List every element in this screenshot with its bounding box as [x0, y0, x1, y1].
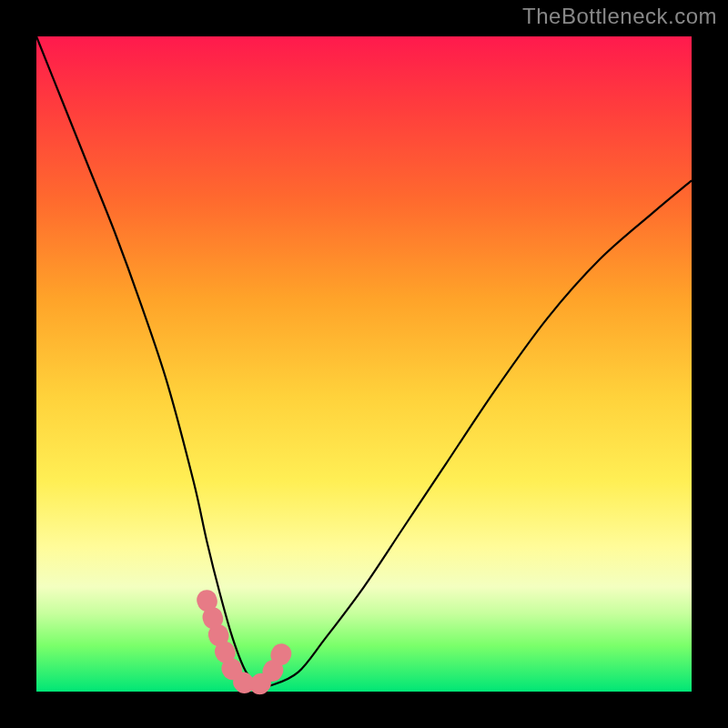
curve-layer — [36, 36, 692, 692]
plot-area — [36, 36, 692, 692]
chart-frame: TheBottleneck.com — [0, 0, 728, 728]
bottleneck-curve — [36, 36, 692, 687]
watermark-text: TheBottleneck.com — [522, 4, 717, 29]
